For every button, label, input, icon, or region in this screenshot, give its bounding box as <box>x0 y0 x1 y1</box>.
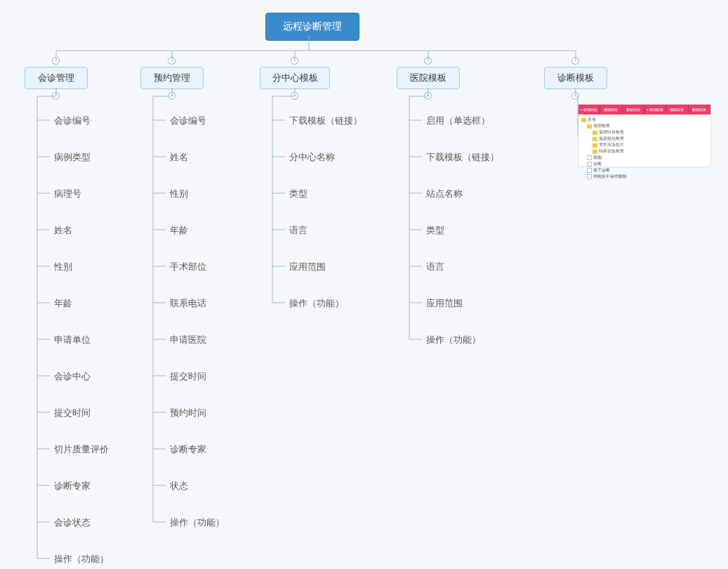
leaf-node: 年龄 <box>170 224 188 237</box>
file-icon <box>587 162 592 166</box>
leaf-node: 启用（单选框） <box>426 115 490 127</box>
thumbnail-tab[interactable]: 编辑段落 <box>666 105 688 115</box>
thumbnail-tree-item: 细胞 <box>593 155 602 161</box>
folder-icon <box>593 137 597 141</box>
thumbnail-tree-item: 病理检查 <box>593 123 610 129</box>
leaf-node: 申请医院 <box>170 334 206 346</box>
leaf-node: 申请单位 <box>54 334 91 346</box>
leaf-node: 状态 <box>170 480 188 492</box>
leaf-node: 预约时间 <box>170 407 206 419</box>
leaf-node: 病例类型 <box>54 151 91 164</box>
leaf-node: 病理号 <box>54 188 81 200</box>
leaf-node: 操作（功能） <box>289 297 344 310</box>
thumbnail-tab[interactable]: 删除到此 <box>623 105 644 115</box>
leaf-node: 诊断专家 <box>54 480 91 492</box>
thumbnail-tree-item: 病理特异检查 <box>599 129 624 136</box>
leaf-node: 手术部位 <box>170 261 206 273</box>
leaf-node: 性别 <box>170 188 188 200</box>
branch-label: 会诊管理 <box>38 72 74 83</box>
folder-icon <box>593 150 597 154</box>
folder-icon <box>593 143 597 148</box>
leaf-node: 操作（功能） <box>54 553 109 565</box>
leaf-node: 下载模板（链接） <box>289 115 362 127</box>
leaf-node: 会诊中心 <box>54 370 91 383</box>
collapse-toggle-icon[interactable] <box>168 57 176 65</box>
leaf-node: 分中心名称 <box>289 151 335 164</box>
collapse-toggle-icon[interactable] <box>571 57 579 65</box>
folder-icon <box>581 118 586 122</box>
leaf-node: 操作（功能） <box>426 334 481 346</box>
collapse-toggle-icon[interactable] <box>571 92 579 100</box>
branch-node-b4[interactable]: 医院模板 <box>397 67 460 89</box>
leaf-node: 操作（功能） <box>170 516 225 529</box>
diagnosis-template-thumbnail: + 添加到此编辑到此删除到此+ 添加段落编辑段落删除段落 患者病理检查病理特异检… <box>578 104 711 167</box>
thumbnail-tree-item: 免疫组化检查 <box>599 136 624 142</box>
collapse-toggle-icon[interactable] <box>424 92 432 100</box>
leaf-node: 姓名 <box>54 224 72 237</box>
file-icon <box>587 174 592 179</box>
thumbnail-tree-item: 术中冰冻切片 <box>599 142 624 148</box>
leaf-node: 年龄 <box>54 297 72 310</box>
branch-label: 分中心模板 <box>272 72 318 83</box>
leaf-node: 下载模板（链接） <box>426 151 499 164</box>
leaf-node: 类型 <box>426 224 444 237</box>
collapse-toggle-icon[interactable] <box>52 92 60 100</box>
file-icon <box>587 168 592 173</box>
file-icon <box>587 155 592 160</box>
thumbnail-tab[interactable]: 编辑到此 <box>600 105 622 115</box>
collapse-toggle-icon[interactable] <box>168 92 176 100</box>
branch-node-b3[interactable]: 分中心模板 <box>260 67 330 89</box>
leaf-node: 诊断专家 <box>170 443 206 456</box>
branch-node-b1[interactable]: 会诊管理 <box>25 67 88 89</box>
root-node[interactable]: 远程诊断管理 <box>265 13 359 41</box>
branch-label: 医院模板 <box>410 72 446 83</box>
leaf-node: 应用范围 <box>289 261 326 273</box>
leaf-node: 提交时间 <box>170 370 206 383</box>
leaf-node: 语言 <box>289 224 307 237</box>
thumbnail-tree: 患者病理检查病理特异检查免疫组化检查术中冰冻切片特殊染色检查细胞诊断镜下诊断明检… <box>578 115 710 182</box>
collapse-toggle-icon[interactable] <box>424 57 432 65</box>
leaf-node: 会诊编号 <box>54 115 91 127</box>
collapse-toggle-icon[interactable] <box>291 57 298 65</box>
thumbnail-tree-item: 镜下诊断 <box>593 167 610 174</box>
thumbnail-tab[interactable]: 删除段落 <box>689 105 710 115</box>
connector-lines <box>0 0 728 569</box>
folder-icon <box>587 124 592 129</box>
thumbnail-tree-item: 特殊染色检查 <box>599 148 624 155</box>
branch-label: 预约管理 <box>154 72 190 83</box>
leaf-node: 站点名称 <box>426 188 463 200</box>
leaf-node: 姓名 <box>170 151 188 164</box>
leaf-node: 联系电话 <box>170 297 206 310</box>
leaf-node: 应用范围 <box>426 297 463 310</box>
root-label: 远程诊断管理 <box>283 20 342 32</box>
branch-node-b5[interactable]: 诊断模板 <box>544 67 607 89</box>
branch-node-b2[interactable]: 预约管理 <box>140 67 204 89</box>
leaf-node: 类型 <box>289 188 307 200</box>
leaf-node: 提交时间 <box>54 407 91 419</box>
collapse-toggle-icon[interactable] <box>52 57 60 65</box>
thumbnail-tab-bar: + 添加到此编辑到此删除到此+ 添加段落编辑段落删除段落 <box>578 105 710 115</box>
thumbnail-tree-item: 明检前不操作删除 <box>593 174 627 180</box>
leaf-node: 会诊编号 <box>170 115 206 127</box>
leaf-node: 性别 <box>54 261 72 273</box>
leaf-node: 会诊状态 <box>54 516 91 529</box>
leaf-node: 切片质量评价 <box>54 443 109 456</box>
collapse-toggle-icon[interactable] <box>291 92 298 100</box>
branch-label: 诊断模板 <box>557 72 594 83</box>
thumbnail-tab[interactable]: + 添加到此 <box>578 105 600 115</box>
folder-icon <box>593 131 597 135</box>
thumbnail-tree-root: 患者 <box>588 117 596 123</box>
thumbnail-tab[interactable]: + 添加段落 <box>644 105 666 115</box>
thumbnail-tree-item: 诊断 <box>593 161 602 167</box>
leaf-node: 语言 <box>426 261 444 273</box>
